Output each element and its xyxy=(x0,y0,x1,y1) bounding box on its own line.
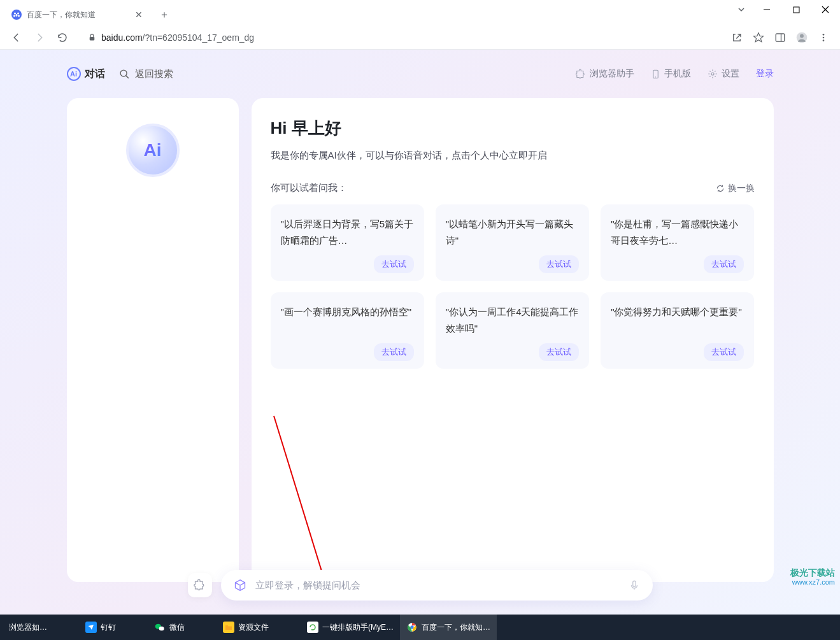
mobile-label: 手机版 xyxy=(664,68,691,80)
main-panel: Hi 早上好 我是你的专属AI伙伴，可以与你语音对话，点击个人中心立即开启 你可… xyxy=(252,98,774,582)
cube-icon xyxy=(234,579,246,592)
try-button[interactable]: 去试试 xyxy=(704,255,744,273)
puzzle-icon xyxy=(575,69,586,80)
prompt-card[interactable]: "以后羿逐日为背景，写5篇关于防晒霜的广告… 去试试 xyxy=(271,204,424,281)
taskbar-label: 微信 xyxy=(169,622,185,633)
window-minimize-button[interactable] xyxy=(752,0,781,19)
browser-titlebar: 百度一下，你就知道 ✕ ＋ xyxy=(0,0,840,25)
new-tab-button[interactable]: ＋ xyxy=(155,6,173,24)
svg-point-0 xyxy=(14,13,16,15)
try-button[interactable]: 去试试 xyxy=(374,343,414,361)
try-button[interactable]: 去试试 xyxy=(704,343,744,361)
refresh-label: 换一换 xyxy=(728,183,755,194)
prompt-text: "以蜡笔小新为开头写一篇藏头诗" xyxy=(446,216,579,248)
mobile-link[interactable]: 手机版 xyxy=(651,68,691,80)
tab-title: 百度一下，你就知道 xyxy=(27,10,129,20)
share-icon[interactable] xyxy=(727,27,747,48)
try-button[interactable]: 去试试 xyxy=(539,255,579,273)
greeting-title: Hi 早上好 xyxy=(271,117,755,139)
chrome-icon xyxy=(406,622,418,633)
windows-taskbar: 浏览器如… 钉钉 微信 资源文件 一键排版助手(MyE… 百度一下，你就知… xyxy=(0,615,840,640)
baidu-favicon-icon xyxy=(11,10,22,20)
search-icon xyxy=(119,69,130,80)
taskbar-item[interactable]: 钉钉 xyxy=(79,615,122,640)
settings-link[interactable]: 设置 xyxy=(708,68,739,80)
svg-rect-7 xyxy=(90,37,95,40)
try-button[interactable]: 去试试 xyxy=(539,343,579,361)
svg-point-3 xyxy=(18,15,20,17)
refresh-button[interactable]: 换一换 xyxy=(716,183,755,194)
ai-orb-icon: Ai xyxy=(126,124,180,177)
svg-point-4 xyxy=(16,14,18,17)
taskbar-item[interactable]: 一键排版助手(MyE… xyxy=(301,615,400,640)
nav-back-button[interactable] xyxy=(6,27,27,48)
taskbar-item[interactable]: 资源文件 xyxy=(217,615,275,640)
prompt-text: "你是杜甫，写一篇感慨快递小哥日夜辛劳七… xyxy=(611,216,744,248)
dingtalk-icon xyxy=(85,622,97,633)
back-to-search-link[interactable]: 返回搜索 xyxy=(119,68,173,80)
chat-tab[interactable]: Ai 对话 xyxy=(67,67,105,81)
try-button[interactable]: 去试试 xyxy=(374,255,414,273)
browser-tab[interactable]: 百度一下，你就知道 ✕ xyxy=(5,4,152,25)
mic-icon[interactable] xyxy=(629,579,640,592)
svg-point-23 xyxy=(159,627,164,631)
refresh-icon xyxy=(716,184,725,193)
try-label: 你可以试着问我： xyxy=(271,182,347,194)
chat-label: 对话 xyxy=(85,68,105,81)
taskbar-item[interactable]: 微信 xyxy=(148,615,191,640)
browser-helper-link[interactable]: 浏览器助手 xyxy=(575,68,634,80)
prompt-card[interactable]: "以蜡笔小新为开头写一篇藏头诗" 去试试 xyxy=(436,204,589,281)
wechat-icon xyxy=(154,622,166,633)
taskbar-item[interactable]: 浏览器如… xyxy=(3,615,53,640)
taskbar-label: 百度一下，你就知… xyxy=(422,622,490,633)
folder-icon xyxy=(223,622,234,633)
svg-point-12 xyxy=(823,34,825,36)
svg-point-18 xyxy=(655,76,655,77)
taskbar-item-active[interactable]: 百度一下，你就知… xyxy=(400,615,497,640)
svg-rect-8 xyxy=(776,34,785,41)
prompt-card[interactable]: "你是杜甫，写一篇感慨快递小哥日夜辛劳七… 去试试 xyxy=(601,204,754,281)
window-close-button[interactable] xyxy=(811,0,840,19)
app-icon xyxy=(307,622,318,633)
tab-close-button[interactable]: ✕ xyxy=(134,10,144,20)
window-maximize-button[interactable] xyxy=(781,0,811,19)
back-search-label: 返回搜索 xyxy=(135,68,173,80)
prompt-text: "你认为一周工作4天能提高工作效率吗" xyxy=(446,304,579,336)
nav-reload-button[interactable] xyxy=(52,27,73,48)
prompt-card[interactable]: "你认为一周工作4天能提高工作效率吗" 去试试 xyxy=(436,292,589,369)
prompt-text: "你觉得努力和天赋哪个更重要" xyxy=(611,304,744,320)
lock-icon xyxy=(88,33,96,41)
window-controls xyxy=(730,0,840,19)
watermark: 极光下载站 www.xz7.com xyxy=(790,567,835,587)
prompt-text: "以后羿逐日为背景，写5篇关于防晒霜的广告… xyxy=(281,216,414,248)
prompt-card[interactable]: "你觉得努力和天赋哪个更重要" 去试试 xyxy=(601,292,754,369)
side-panel-icon[interactable] xyxy=(770,27,790,48)
mobile-icon xyxy=(651,69,660,79)
input-placeholder: 立即登录，解锁提问机会 xyxy=(255,580,620,592)
svg-point-19 xyxy=(711,73,714,75)
page-topnav: Ai 对话 返回搜索 浏览器助手 手机版 xyxy=(67,61,774,87)
settings-label: 设置 xyxy=(722,68,739,80)
url-text: baidu.com/?tn=62095104_17_oem_dg xyxy=(101,32,254,43)
taskbar-label: 一键排版助手(MyE… xyxy=(322,622,394,633)
helper-label: 浏览器助手 xyxy=(590,68,634,80)
menu-icon[interactable] xyxy=(813,27,834,48)
svg-point-13 xyxy=(823,36,825,38)
login-link[interactable]: 登录 xyxy=(756,68,774,80)
chat-input[interactable]: 立即登录，解锁提问机会 xyxy=(221,570,653,601)
prompt-card[interactable]: "画一个赛博朋克风格的孙悟空" 去试试 xyxy=(271,292,424,369)
svg-line-16 xyxy=(125,75,128,78)
taskbar-label: 资源文件 xyxy=(238,622,269,633)
tab-dropdown-icon[interactable] xyxy=(730,0,752,19)
url-input[interactable]: baidu.com/?tn=62095104_17_oem_dg xyxy=(79,28,720,47)
bookmark-icon[interactable] xyxy=(748,27,769,48)
browser-address-bar: baidu.com/?tn=62095104_17_oem_dg xyxy=(0,25,840,50)
nav-forward-button[interactable] xyxy=(29,27,50,48)
taskbar-label: 浏览器如… xyxy=(9,622,47,633)
prompt-grid: "以后羿逐日为背景，写5篇关于防晒霜的广告… 去试试 "以蜡笔小新为开头写一篇藏… xyxy=(271,204,755,369)
profile-icon[interactable] xyxy=(792,27,812,48)
gear-icon xyxy=(708,69,718,79)
svg-rect-21 xyxy=(632,581,636,587)
plugin-button[interactable] xyxy=(188,573,212,597)
prompt-text: "画一个赛博朋克风格的孙悟空" xyxy=(281,304,414,320)
